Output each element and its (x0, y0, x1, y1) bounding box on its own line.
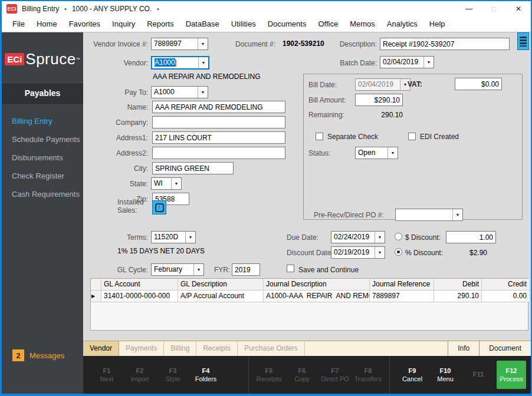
f10-menu-button[interactable]: F10 Menu (429, 367, 462, 382)
column-header-gl-description[interactable]: GL Description (178, 279, 264, 291)
tab-info[interactable]: Info (448, 341, 479, 356)
address2-field[interactable] (152, 147, 285, 159)
fkey-label: Direct PO (318, 375, 352, 382)
vendor-invoice-combo[interactable]: 7889897 ▼ (151, 38, 208, 50)
city-field[interactable] (152, 162, 234, 174)
company-label: Company: (89, 118, 148, 127)
column-header-journal-reference[interactable]: Journal Reference (370, 279, 434, 291)
menu-file[interactable]: File (6, 16, 31, 32)
description-field[interactable] (380, 38, 510, 50)
bill-amount-field[interactable] (355, 94, 403, 106)
tab-billing[interactable]: Billing (164, 341, 196, 356)
installed-sales-button[interactable]: ↑ (152, 200, 166, 214)
minimize-button[interactable]: — (457, 1, 481, 16)
pre-recv-po-combo[interactable]: ▼ (395, 209, 463, 221)
menu-office[interactable]: Office (312, 16, 344, 32)
window-title: Billing Entry • 1000 - ANY SUPPLY CO. • (22, 5, 159, 13)
messages-indicator[interactable]: 2 Messages (12, 349, 64, 361)
gl-cycle-combo[interactable]: February ▼ (151, 263, 204, 276)
column-header-gl-account[interactable]: GL Account (101, 279, 178, 291)
terms-combo[interactable]: 11520D ▼ (151, 231, 196, 243)
state-combo[interactable]: WI ▼ (151, 177, 182, 190)
cell-gl-description: A/P Accrual Account (178, 291, 264, 302)
fkey-key: F10 (429, 367, 462, 374)
menu-home[interactable]: Home (31, 16, 63, 32)
tab-payments[interactable]: Payments (119, 341, 164, 356)
tab-vendor[interactable]: Vendor (83, 341, 119, 356)
f7-direct-po-button: F7 Direct PO (318, 367, 352, 382)
chevron-down-icon: ▼ (185, 232, 195, 243)
edi-created-checkbox[interactable] (408, 133, 416, 140)
status-combo[interactable]: Open ▼ (355, 147, 398, 159)
menu-analytics[interactable]: Analytics (381, 16, 423, 32)
f5-receipts-button: F5 Receipts (252, 367, 285, 382)
vat-label: VAT: (408, 80, 422, 88)
batch-date-combo[interactable]: 02/04/2019 ▼ (380, 56, 434, 68)
tab-purchase-orders[interactable]: Purchase Orders (238, 341, 305, 356)
f9-cancel-button[interactable]: F9 Cancel (396, 367, 429, 382)
tab-document[interactable]: Document (479, 341, 531, 356)
sidebar-item-schedule-payments[interactable]: Schedule Payments (2, 130, 83, 148)
fkey-key: F7 (318, 367, 352, 374)
menu-memos[interactable]: Memos (344, 16, 381, 32)
cell-credit: 0.00 (482, 291, 529, 302)
table-row[interactable]: ▶ 31401-0000-000-000 A/P Accrual Account… (91, 291, 528, 302)
column-header-debit[interactable]: Debit (434, 279, 482, 291)
address1-field[interactable] (152, 131, 285, 144)
tab-receipts[interactable]: Receipts (196, 341, 238, 356)
pay-to-combo[interactable]: A1000 ▼ (151, 86, 208, 98)
menu-inquiry[interactable]: Inquiry (106, 16, 141, 32)
menu-favorites[interactable]: Favorites (63, 16, 106, 32)
state-label: State: (89, 180, 148, 188)
gl-cycle-value: February (152, 264, 193, 275)
chevron-down-icon: ▼ (198, 38, 208, 50)
minimize-icon: — (465, 5, 472, 13)
separate-check-label: Separate Check (327, 133, 378, 141)
bill-date-value: 02/04/2019 (356, 79, 400, 90)
percent-discount-radio[interactable] (395, 248, 402, 256)
f4-folders-button[interactable]: F4 Folders (189, 367, 222, 382)
dollar-discount-radio[interactable] (395, 233, 402, 240)
menu-utilities[interactable]: Utilities (225, 16, 262, 32)
save-and-continue-checkbox[interactable] (287, 265, 294, 272)
sidebar-item-cash-requirements[interactable]: Cash Requirements (2, 185, 83, 203)
column-header-credit[interactable]: Credit (482, 279, 529, 291)
cell-debit: 290.10 (434, 291, 482, 302)
grid-corner-cell (91, 279, 101, 291)
discount-date-combo[interactable]: 02/19/2019 ▼ (331, 246, 385, 259)
menu-database[interactable]: DataBase (180, 16, 225, 32)
due-date-combo[interactable]: 02/24/2019 ▼ (331, 231, 385, 243)
sidebar-item-check-register[interactable]: Check Register (2, 167, 83, 185)
column-header-journal-description[interactable]: Journal Description (264, 279, 370, 291)
separate-check-checkbox[interactable] (316, 133, 323, 140)
list-icon (520, 37, 527, 47)
vendor-combo[interactable]: A1000 ▼ (151, 56, 209, 70)
document-list-button[interactable] (517, 32, 529, 50)
sidebar-item-billing-entry[interactable]: Billing Entry (2, 112, 83, 130)
menu-help[interactable]: Help (423, 16, 451, 32)
brand-name: Spruce (25, 50, 75, 68)
maximize-icon: □ (491, 5, 495, 13)
dollar-discount-field[interactable] (446, 231, 496, 243)
fkey-key: F8 (352, 367, 385, 374)
name-field[interactable] (152, 101, 285, 113)
chevron-down-icon: ▼ (193, 264, 203, 275)
menu-documents[interactable]: Documents (262, 16, 313, 32)
vat-field[interactable] (455, 78, 502, 90)
tabstrip-spacer (305, 341, 448, 356)
maximize-button: □ (481, 1, 506, 16)
fkey-label: Process (500, 375, 523, 382)
sidebar-item-disbursements[interactable]: Disbursements (2, 148, 83, 167)
f12-process-button[interactable]: F12 Process (497, 361, 526, 389)
trademark-symbol: ™ (76, 57, 80, 61)
gl-cycle-label: GL Cycle: (89, 266, 148, 274)
address2-label: Address2: (89, 149, 148, 157)
window-title-company: 1000 - ANY SUPPLY CO. (72, 5, 152, 13)
fkey-label: Style (156, 375, 189, 382)
menu-reports[interactable]: Reports (141, 16, 180, 32)
row-selector-icon[interactable]: ▶ (91, 291, 101, 302)
terms-description: 1% 15 DAYS NET 20 DAYS (117, 247, 205, 255)
fyr-field[interactable] (232, 263, 260, 276)
close-button[interactable]: ✕ (506, 1, 531, 16)
company-field[interactable] (152, 116, 285, 128)
